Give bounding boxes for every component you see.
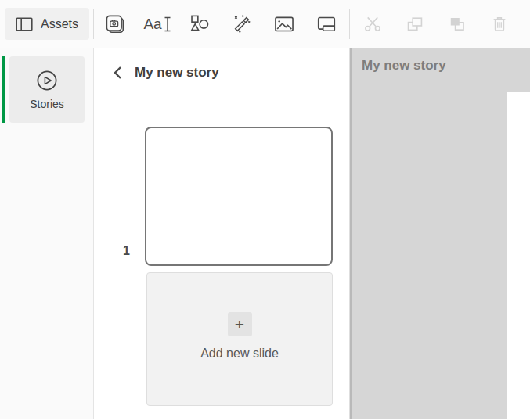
plus-icon: + (228, 312, 252, 336)
magic-wand-icon (232, 14, 252, 34)
text-tool-glyph: Aa (143, 16, 161, 31)
trash-icon (489, 14, 510, 34)
assets-button-label: Assets (41, 17, 78, 31)
shapes-library-button[interactable] (178, 6, 221, 42)
sheet-icon (316, 14, 337, 34)
slides-panel: My new story 1 + Add new slide (94, 48, 350, 419)
snapshot-icon (105, 14, 125, 34)
cut-button (352, 6, 394, 42)
story-canvas-title: My new story (362, 58, 446, 74)
sidebar-item-stories[interactable]: Stories (9, 56, 85, 123)
active-item-accent-bar (2, 56, 5, 123)
effects-library-button[interactable] (221, 6, 263, 42)
assets-sidebar: Stories (0, 48, 94, 419)
sidebar-item-label: Stories (30, 98, 64, 110)
text-cursor-icon: Aa (143, 15, 171, 34)
toolbar: Assets Aa (0, 0, 530, 48)
scissors-icon (362, 14, 383, 34)
paste-icon (447, 14, 467, 34)
assets-panel-toggle-button[interactable]: Assets (5, 8, 89, 40)
slides-panel-header: My new story (112, 65, 219, 81)
panel-icon (16, 17, 33, 31)
media-library-button[interactable] (263, 6, 305, 42)
slide-number: 1 (100, 244, 130, 258)
delete-button (478, 6, 521, 42)
image-icon (274, 14, 294, 34)
story-canvas-panel: My new story (350, 48, 530, 419)
chevron-left-icon (112, 66, 124, 80)
add-new-slide-label: Add new slide (200, 346, 279, 361)
text-objects-button[interactable]: Aa (136, 6, 178, 42)
copy-button (394, 6, 436, 42)
add-new-slide-button[interactable]: + Add new slide (146, 272, 333, 406)
qlik-storytelling-window: Assets Aa (0, 0, 530, 420)
paste-button (436, 6, 478, 42)
snapshot-library-button[interactable] (94, 6, 136, 42)
copy-icon (405, 14, 425, 34)
shapes-icon (189, 14, 210, 34)
back-button[interactable] (112, 66, 124, 80)
story-title: My new story (135, 65, 219, 81)
slide-canvas[interactable] (507, 92, 530, 420)
embed-sheet-button[interactable] (305, 6, 348, 42)
play-circle-icon (35, 69, 59, 92)
toolbar-divider (349, 9, 350, 39)
content-area: Stories My new story 1 + Add new sli (0, 48, 530, 419)
slide-thumbnail[interactable] (145, 127, 333, 266)
